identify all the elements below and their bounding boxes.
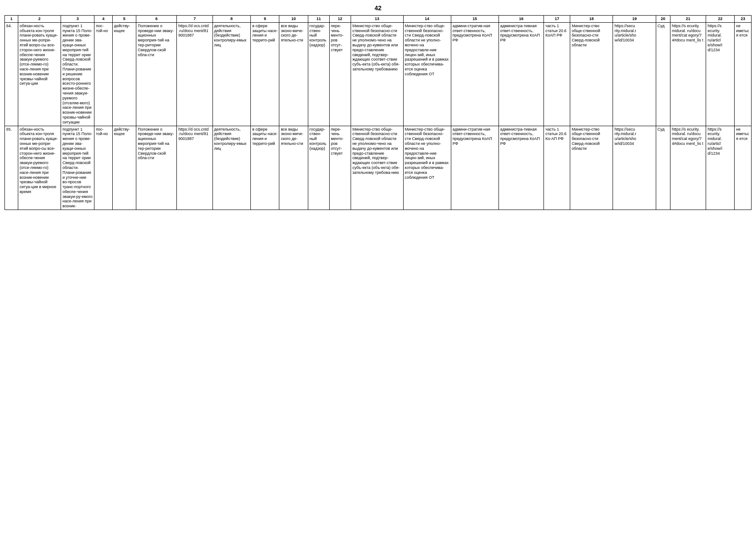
cell-64-4: пос-той-но [94, 22, 113, 126]
cell-64-17: часть 1 статьи 20.6 КоАП РФ [544, 22, 570, 126]
th-6: 6 [136, 16, 177, 23]
header-row: 1 2 3 4 5 6 7 8 9 10 11 12 13 14 15 16 1… [5, 16, 752, 23]
cell-65-10: все виды эконо-миче-ского де-ятельно-сти [279, 126, 308, 210]
th-4: 4 [94, 16, 113, 23]
cell-65-14: Министер-ство обще-ственной безопасно-ст… [403, 126, 451, 210]
cell-64-19: https://secu rity.midural.r u/article/sh… [613, 22, 656, 126]
th-16: 16 [499, 16, 544, 23]
cell-65-3: подпункт 1 пункта 15 Поло-жения о прове-… [61, 126, 94, 210]
cell-64-5: действу-ющее [112, 22, 136, 126]
cell-65-11: государ-ствен-ный контроль (надзор) [308, 126, 329, 210]
cell-65-16: администра-тивная ответ-ственность, пред… [499, 126, 544, 210]
cell-64-7: https://d ocs.cntd .ru/docu ment/81 9001… [177, 22, 212, 126]
cell-65-4: пос-той-но [94, 126, 113, 210]
th-1: 1 [5, 16, 18, 23]
cell-64-2: обязан-ность объекта кон-троля плани-ров… [18, 22, 61, 126]
th-12: 12 [329, 16, 351, 23]
th-23: 23 [735, 16, 752, 23]
th-3: 3 [61, 16, 94, 23]
th-13: 13 [351, 16, 403, 23]
cell-65-15: админи-стратив-ная ответ-ственность, пре… [451, 126, 499, 210]
cell-64-3: подпункт 1 пункта 15 Поло-жения о прове-… [61, 22, 94, 126]
th-10: 10 [279, 16, 308, 23]
cell-65-23: не иметься ется [735, 126, 752, 210]
cell-64-22: https://s ecurity. midural. ru/articl e/… [706, 22, 735, 126]
cell-64-16: администра-тивная ответ-ственность, пред… [499, 22, 544, 126]
cell-65-18: Министер-ство обще-ственной безопасно-ст… [570, 126, 613, 210]
cell-65-20: Суд [656, 126, 670, 210]
cell-65-9: в сфере защиты насе-ления и террито-рий [251, 126, 279, 210]
cell-65-21: https://s ecurity. midural. ru/docu ment… [670, 126, 706, 210]
cell-65-13: Министер-ство обще-ственной безопасно-ст… [351, 126, 403, 210]
page: 42 1 [0, 0, 756, 535]
th-19: 19 [613, 16, 656, 23]
th-9: 9 [251, 16, 279, 23]
th-11: 11 [308, 16, 329, 23]
cell-64-10: все виды эконо-миче-ского де-ятельно-сти [279, 22, 308, 126]
cell-64-13: Министер-ство обще-ственной безопасно-ст… [351, 22, 403, 126]
page-number: 42 [4, 4, 752, 12]
cell-64-9: в сфере защиты насе-ления и террито-рий [251, 22, 279, 126]
cell-64-15: админи-стратив-ная ответ-ственность, пре… [451, 22, 499, 126]
th-8: 8 [212, 16, 251, 23]
cell-65-2: обязан-ность объекта кон-троля плани-ров… [18, 126, 61, 210]
cell-64-12: пере-чень менто-ров отсут-ствует [329, 22, 351, 126]
table-row: 65. обязан-ность объекта кон-троля плани… [5, 126, 752, 210]
cell-64-18: Министер-ство обще-ственной безопасно-ст… [570, 22, 613, 126]
cell-65-12: пере-чень менто-ров отсут-ствует [329, 126, 351, 210]
cell-64-8: деятельность, действия (бездействие) кон… [212, 22, 251, 126]
cell-64-11: государ-ствен-ный контроль (надзор) [308, 22, 329, 126]
cell-65-5: действу-ющее [112, 126, 136, 210]
th-5: 5 [112, 16, 136, 23]
th-17: 17 [544, 16, 570, 23]
cell-64-23: не иметься ется [735, 22, 752, 126]
th-14: 14 [403, 16, 451, 23]
cell-64-num: 64. [5, 22, 18, 126]
table-row: 64. обязан-ность объекта кон-троля плани… [5, 22, 752, 126]
th-20: 20 [656, 16, 670, 23]
th-18: 18 [570, 16, 613, 23]
cell-64-14: Министер-ство обще-ственной безопасно-ст… [403, 22, 451, 126]
th-22: 22 [706, 16, 735, 23]
main-table: 1 2 3 4 5 6 7 8 9 10 11 12 13 14 15 16 1… [4, 15, 752, 210]
cell-64-20: Суд [656, 22, 670, 126]
cell-64-21: https://s ecurity. midural. ru/docu ment… [670, 22, 706, 126]
th-7: 7 [177, 16, 212, 23]
cell-65-19: https://secu rity.midural.r u/article/sh… [613, 126, 656, 210]
cell-65-22: https://s ecurity. midural. ru/articl e/… [706, 126, 735, 210]
cell-64-6: Положение о проведе-нии эваку-ационных м… [136, 22, 177, 126]
th-21: 21 [670, 16, 706, 23]
th-15: 15 [451, 16, 499, 23]
cell-65-8: деятельность, действия (бездействие) кон… [212, 126, 251, 210]
cell-65-6: Положение о проведе-нии эваку-ационных м… [136, 126, 177, 210]
cell-65-17: часть 1 статьи 20.6 Ко-АП РФ [544, 126, 570, 210]
th-2: 2 [18, 16, 61, 23]
cell-65-7: https://d ocs.cntd .ru/docu ment/81 9001… [177, 126, 212, 210]
cell-65-num: 65. [5, 126, 18, 210]
